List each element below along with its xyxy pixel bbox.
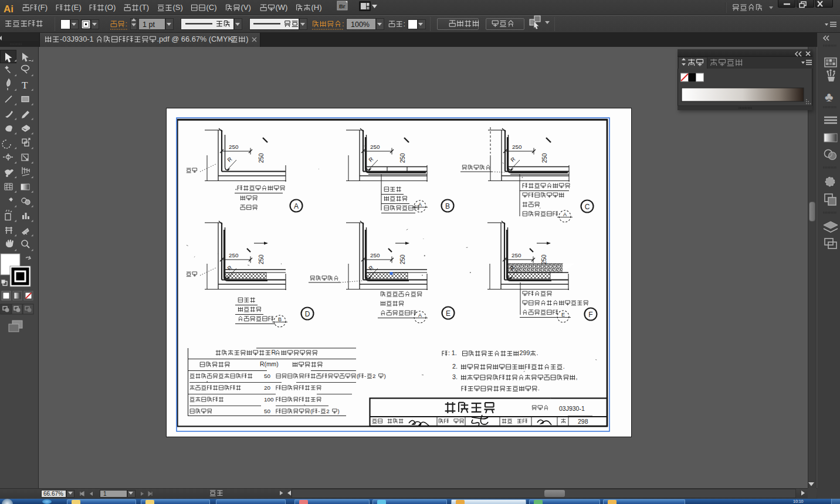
svg-text:Ai: Ai xyxy=(4,4,13,15)
svg-text:(F): (F) xyxy=(38,3,48,12)
svg-text:100%: 100% xyxy=(351,21,370,29)
svg-text:(C): (C) xyxy=(206,3,217,12)
svg-text:66.67%: 66.67% xyxy=(43,491,63,497)
svg-text:(S): (S) xyxy=(173,3,183,12)
svg-text::: : xyxy=(125,20,127,28)
svg-text::: : xyxy=(342,20,344,28)
svg-text:(W): (W) xyxy=(276,3,288,12)
svg-text:♣: ♣ xyxy=(825,90,833,104)
svg-text:(T): (T) xyxy=(140,3,150,12)
svg-text:): ) xyxy=(246,35,248,43)
svg-text:(O): (O) xyxy=(105,3,116,12)
svg-text:1 pt: 1 pt xyxy=(143,21,155,29)
svg-text:.pdf @ 66.67% (CMYK/: .pdf @ 66.67% (CMYK/ xyxy=(157,35,235,43)
svg-text:(V): (V) xyxy=(241,3,251,12)
svg-text:-03J930-1: -03J930-1 xyxy=(60,35,94,43)
svg-text:Br: Br xyxy=(339,3,346,9)
svg-text:(E): (E) xyxy=(72,3,82,12)
svg-text:(H): (H) xyxy=(311,3,322,12)
svg-text:1: 1 xyxy=(103,491,107,497)
svg-text:T: T xyxy=(22,80,28,91)
svg-text::: : xyxy=(403,20,405,28)
